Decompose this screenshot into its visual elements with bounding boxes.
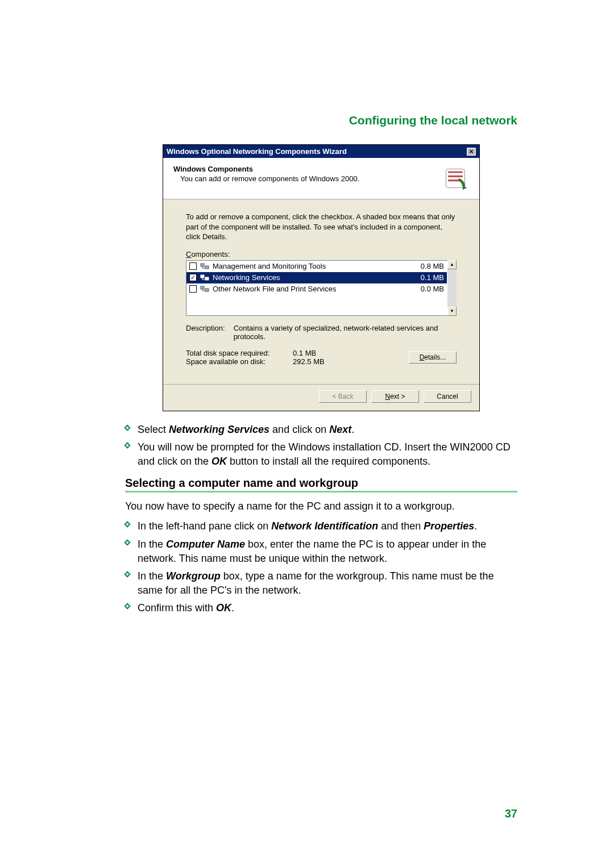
svg-rect-6 — [201, 286, 204, 289]
bullet-icon — [124, 521, 130, 528]
scroll-down-icon[interactable]: ▼ — [447, 307, 457, 316]
svg-rect-5 — [205, 277, 209, 280]
dialog-title: Windows Optional Networking Components W… — [167, 147, 347, 156]
scroll-up-icon[interactable]: ▲ — [447, 260, 457, 269]
list-item[interactable]: Other Network File and Print Services 0.… — [186, 283, 447, 295]
bullet-icon — [124, 571, 130, 577]
svg-rect-7 — [205, 289, 209, 291]
component-icon — [200, 285, 209, 294]
svg-rect-3 — [205, 266, 209, 269]
dialog-hint: To add or remove a component, click the … — [186, 212, 457, 242]
components-listbox[interactable]: Management and Monitoring Tools 0.8 MB N… — [186, 260, 457, 316]
page-header: Configuring the local network — [125, 114, 517, 127]
details-button[interactable]: Details... — [409, 351, 457, 364]
list-item-label: Management and Monitoring Tools — [213, 262, 403, 270]
body-paragraph: You now have to specify a name for the P… — [125, 499, 517, 514]
dialog-heading: Windows Components — [173, 165, 436, 173]
component-icon — [200, 262, 209, 271]
components-label: Components: — [186, 250, 457, 258]
section-rule — [125, 491, 517, 493]
dialog-subheading: You can add or remove components of Wind… — [180, 174, 436, 183]
bullet-icon — [124, 442, 130, 448]
scrollbar[interactable]: ▲ ▼ — [447, 260, 457, 316]
list-item-size: 0.8 MB — [406, 262, 444, 270]
dialog-titlebar: Windows Optional Networking Components W… — [163, 145, 479, 158]
next-button[interactable]: Next > — [371, 390, 419, 403]
description-row: Description: Contains a variety of speci… — [186, 324, 457, 341]
close-icon[interactable]: × — [467, 148, 476, 156]
wizard-dialog: Windows Optional Networking Components W… — [163, 144, 480, 411]
list-item-size: 0.0 MB — [406, 285, 444, 293]
back-button: < Back — [319, 390, 367, 403]
checkbox-icon[interactable] — [189, 262, 197, 270]
dialog-header: Windows Components You can add or remove… — [163, 158, 479, 199]
bullet-icon — [124, 603, 130, 610]
checkbox-icon[interactable] — [189, 285, 197, 293]
bullet-list-1: Select Networking Services and click on … — [125, 423, 517, 469]
disk-stats: Total disk space required:0.1 MB Space a… — [186, 349, 325, 366]
page-number: 37 — [505, 807, 517, 820]
list-item[interactable]: Management and Monitoring Tools 0.8 MB — [186, 261, 447, 272]
bullet-icon — [124, 424, 130, 431]
bullet-list-2: In the left-hand pane click on Network I… — [125, 519, 517, 615]
bullet-icon — [124, 539, 130, 545]
svg-rect-4 — [201, 275, 204, 278]
checkbox-icon[interactable] — [189, 274, 197, 281]
list-item-label: Other Network File and Print Services — [213, 285, 403, 293]
svg-rect-2 — [201, 264, 204, 266]
section-heading: Selecting a computer name and workgroup — [125, 477, 517, 490]
wizard-icon — [442, 165, 469, 192]
component-icon — [200, 273, 209, 282]
list-item-size: 0.1 MB — [406, 273, 444, 282]
cancel-button[interactable]: Cancel — [424, 390, 471, 403]
list-item[interactable]: Networking Services 0.1 MB — [186, 272, 447, 283]
list-item-label: Networking Services — [213, 273, 403, 282]
